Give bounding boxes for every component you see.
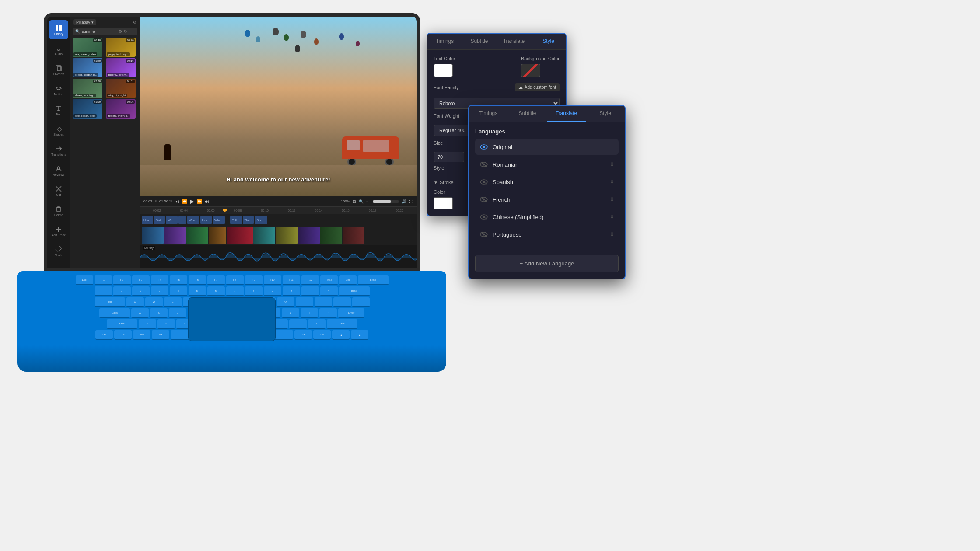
key-x[interactable]: X bbox=[158, 319, 175, 329]
download-icon-spanish[interactable]: ⬇ bbox=[610, 179, 614, 185]
key-f5[interactable]: F5 bbox=[170, 276, 187, 285]
media-thumb-7[interactable]: 01:09 bike, beach, biker bbox=[73, 99, 102, 119]
subtitle-clip-5[interactable]: Whe... bbox=[213, 216, 225, 224]
video-clip-7[interactable] bbox=[276, 227, 298, 244]
download-icon-portuguese[interactable]: ⬇ bbox=[610, 231, 614, 237]
key-w[interactable]: W bbox=[145, 297, 163, 307]
sidebar-item-cut[interactable]: Cut bbox=[49, 181, 68, 200]
key-rbracket[interactable]: ] bbox=[333, 297, 351, 307]
key-ctrl-r[interactable]: Ctrl bbox=[313, 330, 331, 340]
media-thumb-3[interactable]: 01:20 beach, holiday, g... bbox=[73, 58, 102, 77]
key-period[interactable]: . bbox=[289, 319, 307, 329]
key-ctrl-l[interactable]: Ctrl bbox=[95, 330, 113, 340]
sidebar-item-tools[interactable]: Tools bbox=[49, 241, 68, 261]
key-shift-l[interactable]: Shift bbox=[107, 319, 137, 329]
translate-tab-style[interactable]: Style bbox=[586, 106, 625, 122]
skip-start-button[interactable]: ⏮ bbox=[175, 199, 179, 204]
video-clip-8[interactable] bbox=[298, 227, 320, 244]
tab-timings[interactable]: Timings bbox=[427, 34, 462, 49]
key-f4[interactable]: F4 bbox=[151, 276, 168, 285]
key-f7[interactable]: F7 bbox=[207, 276, 225, 285]
media-thumb-4[interactable]: 00:16 butterfly, botany... bbox=[106, 58, 136, 77]
touchpad[interactable] bbox=[188, 297, 276, 341]
sidebar-item-library[interactable]: Library bbox=[49, 20, 68, 39]
key-f12[interactable]: F12 bbox=[301, 276, 319, 285]
download-icon-chinese[interactable]: ⬇ bbox=[610, 214, 614, 220]
add-custom-font-button[interactable]: ☁ Add custom font bbox=[515, 83, 560, 91]
key-e[interactable]: E bbox=[164, 297, 182, 307]
play-pause-button[interactable]: ▶ bbox=[190, 198, 194, 205]
subtitle-clip-2[interactable]: We ... bbox=[166, 216, 177, 224]
subtitle-clip-6[interactable]: Tell ... bbox=[230, 216, 242, 224]
subtitle-clip-3[interactable]: Wha... bbox=[187, 216, 200, 224]
key-alt-r[interactable]: Alt bbox=[294, 330, 312, 340]
key-alt-l[interactable]: Alt bbox=[152, 330, 169, 340]
key-win[interactable]: Win bbox=[133, 330, 150, 340]
sidebar-item-overlay[interactable]: Overlay bbox=[49, 60, 68, 80]
tab-translate[interactable]: Translate bbox=[497, 34, 531, 49]
key-f11[interactable]: F11 bbox=[283, 276, 300, 285]
key-left[interactable]: ◀ bbox=[332, 330, 350, 340]
key-a[interactable]: A bbox=[131, 308, 149, 318]
key-8[interactable]: 8 bbox=[245, 286, 262, 296]
translate-tab-subtitle[interactable]: Subtitle bbox=[508, 106, 547, 122]
zoom-in-button[interactable]: 🔍 bbox=[359, 199, 364, 204]
volume-slider[interactable] bbox=[373, 200, 399, 203]
key-d[interactable]: D bbox=[169, 308, 186, 318]
sidebar-item-audio[interactable]: Audio bbox=[49, 40, 68, 59]
subtitle-clip-4[interactable]: I lov... bbox=[200, 216, 212, 224]
key-slash[interactable]: / bbox=[308, 319, 326, 329]
video-clip-10[interactable] bbox=[343, 227, 364, 244]
key-caps[interactable]: Caps bbox=[99, 308, 130, 318]
key-equals[interactable]: = bbox=[320, 286, 338, 296]
video-clip-6[interactable] bbox=[253, 227, 275, 244]
media-thumb-6[interactable]: 01:01 rainy, city, night bbox=[106, 79, 136, 98]
key-0[interactable]: 0 bbox=[283, 286, 300, 296]
media-thumb-5[interactable]: 02:20 sheep, morning... bbox=[73, 79, 102, 98]
fit-screen-button[interactable]: ⊡ bbox=[353, 199, 356, 204]
zoom-out-button[interactable]: − bbox=[366, 199, 368, 204]
key-q[interactable]: Q bbox=[126, 297, 144, 307]
media-thumb-8[interactable]: 00:36 flowers, cherry fl... bbox=[106, 99, 136, 119]
key-f3[interactable]: F3 bbox=[132, 276, 150, 285]
key-tab[interactable]: Tab bbox=[94, 297, 125, 307]
video-clip-3[interactable] bbox=[186, 227, 208, 244]
key-5[interactable]: 5 bbox=[189, 286, 206, 296]
key-backslash[interactable]: \ bbox=[352, 297, 370, 307]
key-6[interactable]: 6 bbox=[207, 286, 225, 296]
key-s[interactable]: S bbox=[150, 308, 168, 318]
key-z[interactable]: Z bbox=[139, 319, 156, 329]
video-clip-5[interactable] bbox=[227, 227, 253, 244]
download-icon-romanian[interactable]: ⬇ bbox=[610, 161, 614, 167]
key-1[interactable]: 1 bbox=[113, 286, 131, 296]
translate-tab-translate[interactable]: Translate bbox=[547, 106, 586, 122]
video-clip-1[interactable] bbox=[142, 227, 164, 244]
key-o[interactable]: O bbox=[277, 297, 294, 307]
key-7[interactable]: 7 bbox=[226, 286, 244, 296]
sidebar-item-delete[interactable]: Delete bbox=[49, 201, 68, 220]
key-semicolon[interactable]: ; bbox=[301, 308, 318, 318]
key-lbracket[interactable]: [ bbox=[315, 297, 332, 307]
subtitle-clip-8[interactable]: See ... bbox=[255, 216, 267, 224]
video-clip-9[interactable] bbox=[320, 227, 342, 244]
video-clip-2[interactable] bbox=[164, 227, 186, 244]
skip-end-button[interactable]: ⏭ bbox=[205, 199, 209, 204]
key-3[interactable]: 3 bbox=[151, 286, 168, 296]
key-bksp[interactable]: Bksp bbox=[339, 286, 370, 296]
key-l[interactable]: L bbox=[282, 308, 299, 318]
key-f1[interactable]: F1 bbox=[94, 276, 112, 285]
key-p[interactable]: P bbox=[296, 297, 313, 307]
key-minus[interactable]: - bbox=[301, 286, 319, 296]
tab-style[interactable]: Style bbox=[531, 34, 566, 49]
language-item-chinese[interactable]: Chinese (Simplified) ⬇ bbox=[475, 209, 619, 225]
key-f10[interactable]: F10 bbox=[264, 276, 281, 285]
key-f6[interactable]: F6 bbox=[189, 276, 206, 285]
sidebar-item-add-track[interactable]: Add Track bbox=[49, 221, 68, 241]
key-del[interactable]: Del bbox=[339, 276, 357, 285]
tab-subtitle[interactable]: Subtitle bbox=[462, 34, 497, 49]
add-language-button[interactable]: + Add New Language bbox=[475, 255, 619, 272]
key-f2[interactable]: F2 bbox=[113, 276, 131, 285]
key-4[interactable]: 4 bbox=[170, 286, 187, 296]
key-f8[interactable]: F8 bbox=[226, 276, 244, 285]
key-fn[interactable]: Fn bbox=[114, 330, 132, 340]
